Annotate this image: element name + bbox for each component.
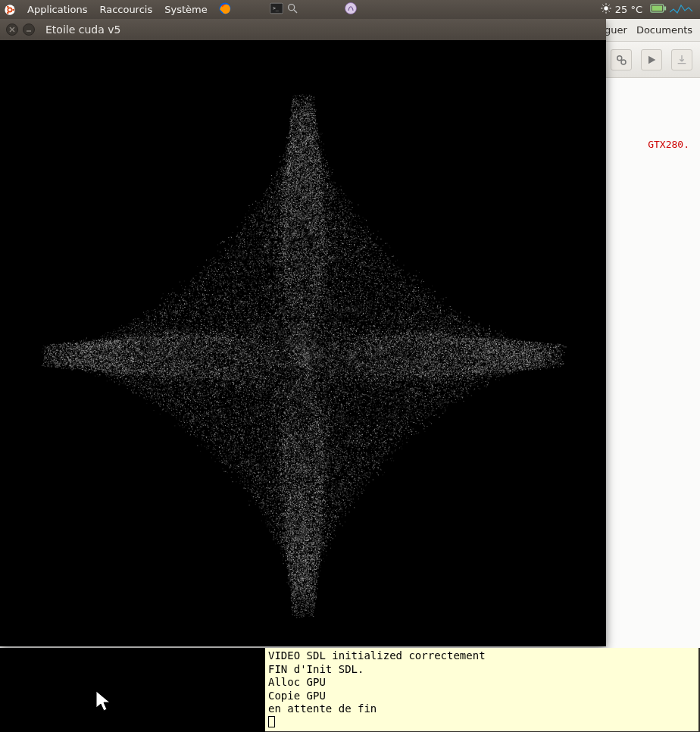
download-button[interactable]	[671, 49, 692, 70]
app-launcher-icon[interactable]	[344, 2, 358, 17]
ubuntu-logo-icon[interactable]	[3, 3, 17, 17]
svg-point-0	[617, 55, 622, 60]
applications-menu[interactable]: Applications	[21, 0, 93, 19]
svg-point-1	[621, 60, 626, 64]
svg-line-11	[294, 10, 297, 13]
window-title: Etoile cuda v5	[45, 23, 120, 36]
ide-menu-item[interactable]: guer	[605, 24, 627, 36]
etoile-cuda-window: Etoile cuda v5	[0, 19, 606, 646]
close-button[interactable]	[6, 23, 18, 36]
svg-point-4	[12, 8, 14, 11]
terminal-line: Copie GPU	[268, 690, 695, 703]
desktop-background	[0, 648, 265, 732]
terminal-line: FIN d'Init SDL.	[268, 663, 695, 677]
svg-line-21	[608, 5, 609, 5]
weather-applet[interactable]: 25 °C	[600, 2, 642, 17]
battery-icon	[650, 3, 667, 16]
terminal-line: VIDEO SDL initialized correctement	[268, 649, 695, 663]
svg-point-10	[288, 5, 294, 11]
run-button[interactable]	[641, 49, 662, 70]
cpu-graph-icon	[670, 3, 692, 16]
svg-point-5	[7, 5, 9, 8]
terminal-line: en attente de fin	[268, 702, 695, 716]
svg-rect-23	[652, 6, 663, 11]
search-icon[interactable]	[286, 2, 298, 17]
window-titlebar[interactable]: Etoile cuda v5	[0, 19, 606, 40]
svg-line-19	[608, 11, 609, 11]
firefox-icon[interactable]	[218, 2, 232, 17]
minimize-button[interactable]	[23, 23, 35, 36]
shortcuts-menu[interactable]: Raccourcis	[93, 0, 158, 19]
svg-rect-24	[664, 6, 667, 10]
system-menu[interactable]: Système	[158, 0, 213, 19]
terminal-output[interactable]: VIDEO SDL initialized correctement FIN d…	[265, 648, 698, 731]
svg-point-6	[7, 11, 9, 14]
ide-error-text: GTX280.	[648, 139, 689, 150]
battery-applet[interactable]	[650, 3, 692, 16]
ide-menu-item[interactable]: Documents	[636, 24, 692, 36]
temperature-text: 25 °C	[615, 4, 642, 15]
svg-line-20	[602, 11, 603, 11]
sun-icon	[600, 2, 612, 17]
terminal-line: Alloc GPU	[268, 676, 695, 690]
gnome-top-panel: Applications Raccourcis Système >_ 25 °C	[0, 0, 700, 19]
terminal-cursor	[268, 716, 275, 727]
particle-visualization-canvas[interactable]	[0, 40, 606, 646]
build-settings-button[interactable]	[611, 49, 632, 70]
svg-point-13	[604, 6, 608, 10]
svg-line-18	[602, 5, 603, 5]
terminal-launcher-icon[interactable]: >_	[270, 2, 283, 17]
svg-point-12	[345, 3, 356, 14]
svg-text:>_: >_	[272, 5, 279, 11]
